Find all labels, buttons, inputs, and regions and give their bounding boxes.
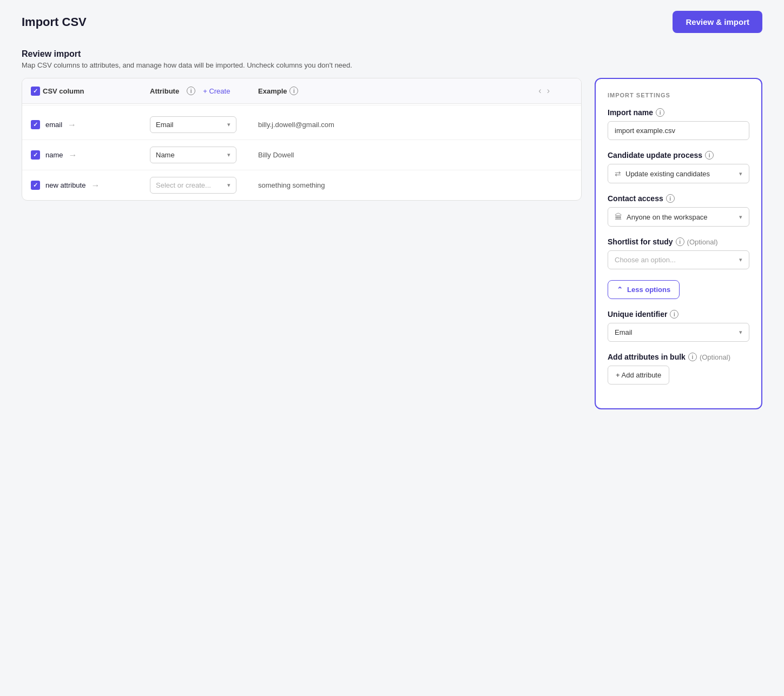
import-name-group: Import name i — [608, 108, 749, 140]
select-all-checkbox[interactable] — [31, 87, 40, 96]
top-bar: Import CSV Review & import — [0, 0, 784, 44]
shortlist-optional-text: (Optional) — [687, 238, 718, 246]
new-attribute-col: Select or create... ▾ — [150, 177, 258, 194]
section-subtitle: Map CSV columns to attributes, and manag… — [22, 61, 762, 69]
csv-col-new-attribute: new attribute → — [31, 181, 150, 190]
new-attribute-example: something something — [258, 181, 572, 189]
unique-id-info-icon[interactable]: i — [670, 310, 678, 319]
chevron-down-icon: ▾ — [227, 151, 230, 158]
unique-identifier-group: Unique identifier i Email ▾ — [608, 310, 749, 342]
import-name-info-icon[interactable]: i — [656, 108, 664, 117]
dropdown-content: 🏛 Anyone on the workspace — [615, 213, 708, 221]
dropdown-content: ⇄ Update existing candidates — [615, 169, 710, 178]
candidate-update-group: Candidate update process i ⇄ Update exis… — [608, 151, 749, 183]
unique-identifier-dropdown[interactable]: Email ▾ — [608, 323, 749, 342]
csv-column-header: CSV column — [31, 87, 150, 96]
new-attribute-select[interactable]: Select or create... ▾ — [150, 177, 236, 194]
chevron-down-icon: ▾ — [739, 170, 742, 177]
shortlist-study-dropdown[interactable]: Choose an option... ▾ — [608, 250, 749, 269]
csv-panel: CSV column Attribute i + Create Example … — [22, 78, 582, 201]
unique-identifier-title: Unique identifier i — [608, 310, 749, 319]
table-row: name → Name ▾ Billy Dowell — [22, 140, 581, 170]
email-checkbox[interactable] — [31, 120, 40, 129]
next-arrow-button[interactable]: › — [546, 86, 551, 96]
contact-access-group: Contact access i 🏛 Anyone on the workspa… — [608, 194, 749, 227]
import-settings-panel: IMPORT SETTINGS Import name i Candidate … — [595, 78, 762, 409]
add-attribute-button[interactable]: + Add attribute — [608, 366, 669, 385]
create-link[interactable]: + Create — [203, 87, 230, 95]
add-attributes-title: Add attributes in bulk i (Optional) — [608, 353, 749, 361]
prev-arrow-button[interactable]: ‹ — [537, 86, 542, 96]
arrow-icon: → — [68, 120, 76, 130]
csv-table-header: CSV column Attribute i + Create Example … — [22, 78, 581, 104]
table-divider — [22, 105, 581, 105]
chevron-down-icon: ▾ — [739, 256, 742, 263]
nav-arrows: ‹ › — [537, 86, 551, 96]
chevron-down-icon: ▾ — [227, 121, 230, 128]
contact-access-dropdown[interactable]: 🏛 Anyone on the workspace ▾ — [608, 207, 749, 227]
candidate-update-info-icon[interactable]: i — [705, 151, 714, 160]
section-title: Review import — [22, 49, 762, 59]
email-example: billy.j.dowell@gmail.com — [258, 121, 572, 129]
example-header: Example i ‹ › — [258, 86, 551, 96]
add-attributes-optional-text: (Optional) — [700, 353, 730, 361]
workspace-icon: 🏛 — [615, 213, 622, 221]
contact-access-title: Contact access i — [608, 194, 749, 203]
review-import-button[interactable]: Review & import — [673, 11, 762, 33]
attribute-header: Attribute i + Create — [150, 87, 258, 95]
import-name-input[interactable] — [608, 121, 749, 140]
new-attribute-checkbox[interactable] — [31, 181, 40, 190]
import-name-title: Import name i — [608, 108, 749, 117]
email-attribute-select[interactable]: Email ▾ — [150, 116, 236, 133]
candidate-update-title: Candidate update process i — [608, 151, 749, 160]
email-attribute-col: Email ▾ — [150, 116, 258, 133]
shortlist-study-title: Shortlist for study i (Optional) — [608, 237, 749, 246]
chevron-up-icon: ⌃ — [617, 286, 623, 294]
name-checkbox[interactable] — [31, 150, 40, 160]
candidate-update-dropdown[interactable]: ⇄ Update existing candidates ▾ — [608, 164, 749, 183]
contact-access-info-icon[interactable]: i — [666, 194, 675, 203]
attribute-info-icon[interactable]: i — [187, 87, 195, 95]
settings-label: IMPORT SETTINGS — [608, 92, 749, 98]
table-row: new attribute → Select or create... ▾ so… — [22, 170, 581, 200]
page-wrapper: Import CSV Review & import Review import… — [0, 0, 784, 431]
shortlist-info-icon[interactable]: i — [676, 237, 684, 246]
name-attribute-col: Name ▾ — [150, 147, 258, 163]
arrow-icon: → — [91, 181, 100, 190]
arrow-icon: → — [69, 150, 77, 160]
chevron-down-icon: ▾ — [739, 214, 742, 221]
csv-col-email: email → — [31, 120, 150, 130]
less-options-button[interactable]: ⌃ Less options — [608, 280, 680, 299]
shortlist-study-group: Shortlist for study i (Optional) Choose … — [608, 237, 749, 269]
main-content: Review import Map CSV columns to attribu… — [0, 44, 784, 431]
table-row: email → Email ▾ billy.j.dowell@gmail.com — [22, 110, 581, 140]
chevron-down-icon: ▾ — [739, 329, 742, 336]
page-title: Import CSV — [22, 15, 87, 29]
chevron-down-icon: ▾ — [227, 182, 230, 189]
name-attribute-select[interactable]: Name ▾ — [150, 147, 236, 163]
csv-col-name: name → — [31, 150, 150, 160]
example-info-icon[interactable]: i — [289, 87, 298, 95]
update-candidates-icon: ⇄ — [615, 169, 621, 178]
content-row: CSV column Attribute i + Create Example … — [22, 78, 762, 409]
name-example: Billy Dowell — [258, 151, 572, 159]
add-attributes-group: Add attributes in bulk i (Optional) + Ad… — [608, 353, 749, 385]
add-attributes-info-icon[interactable]: i — [688, 353, 697, 361]
